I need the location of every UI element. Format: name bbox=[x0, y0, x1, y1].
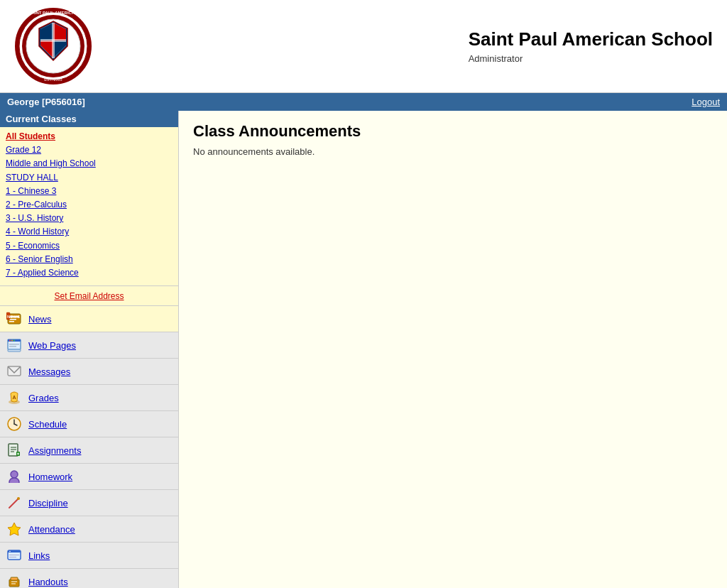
schedule-icon bbox=[6, 415, 23, 432]
sidebar-item-label-discipline: Discipline bbox=[28, 498, 68, 508]
svg-point-24 bbox=[13, 340, 15, 342]
sidebar-item-handouts[interactable]: Handouts bbox=[0, 569, 178, 588]
class-link-2---pre-calculus[interactable]: 2 - Pre-Calculus bbox=[6, 198, 173, 212]
class-link-7---applied-science[interactable]: 7 - Applied Science bbox=[6, 266, 173, 280]
sidebar-item-label-messages: Messages bbox=[28, 366, 70, 377]
user-label: George [P656016] bbox=[7, 97, 85, 107]
sidebar-item-label-attendance: Attendance bbox=[28, 524, 75, 535]
sidebar-item-messages[interactable]: Messages bbox=[0, 359, 178, 385]
svg-rect-48 bbox=[9, 555, 19, 555]
set-email-link[interactable]: Set Email Address bbox=[54, 291, 124, 301]
svg-point-41 bbox=[11, 471, 18, 478]
school-subtitle: Administrator bbox=[469, 53, 713, 64]
sidebar-item-homework[interactable]: Homework bbox=[0, 464, 178, 490]
sidebar-item-label-links: Links bbox=[28, 550, 50, 561]
header: SAINT PAUL AMERICAN EST. 2003 Saint Paul… bbox=[0, 0, 727, 93]
sidebar-item-grades[interactable]: AGrades bbox=[0, 385, 178, 411]
assignments-icon bbox=[6, 442, 23, 459]
svg-rect-26 bbox=[9, 346, 16, 347]
discipline-icon bbox=[6, 494, 23, 511]
svg-text:NEWS: NEWS bbox=[7, 315, 20, 319]
class-link-1---chinese-3[interactable]: 1 - Chinese 3 bbox=[6, 185, 173, 198]
sidebar-item-label-schedule: Schedule bbox=[28, 419, 67, 430]
school-logo: SAINT PAUL AMERICAN EST. 2003 bbox=[14, 7, 92, 85]
sidebar-item-news[interactable]: NEWSNews bbox=[0, 306, 178, 332]
sidebar-item-label-news: News bbox=[28, 314, 52, 325]
svg-rect-17 bbox=[9, 321, 14, 322]
links-icon bbox=[6, 547, 23, 564]
sidebar-item-label-web-pages: Web Pages bbox=[28, 340, 76, 351]
set-email-section: Set Email Address bbox=[0, 286, 178, 306]
class-link-6---senior-english[interactable]: 6 - Senior English bbox=[6, 253, 173, 266]
svg-point-47 bbox=[9, 551, 11, 552]
class-link-3---u.s.-history[interactable]: 3 - U.S. History bbox=[6, 212, 173, 225]
class-link-all-students[interactable]: All Students bbox=[6, 130, 173, 143]
sidebar: Current Classes All StudentsGrade 12Midd… bbox=[0, 111, 179, 588]
handouts-icon bbox=[6, 573, 23, 588]
class-link-study-hall[interactable]: STUDY HALL bbox=[6, 171, 173, 185]
svg-rect-51 bbox=[11, 577, 18, 580]
sidebar-item-label-assignments: Assignments bbox=[28, 445, 81, 456]
sidebar-item-assignments[interactable]: Assignments bbox=[0, 437, 178, 464]
svg-point-22 bbox=[9, 340, 11, 342]
svg-rect-16 bbox=[9, 319, 16, 320]
class-link-middle-and-high-school[interactable]: Middle and High School bbox=[6, 157, 173, 170]
logout-button[interactable]: Logout bbox=[692, 97, 720, 107]
web-pages-icon bbox=[6, 337, 23, 354]
svg-point-23 bbox=[11, 340, 13, 342]
svg-text:A: A bbox=[12, 395, 16, 400]
svg-rect-25 bbox=[9, 344, 19, 345]
sidebar-item-schedule[interactable]: Schedule bbox=[0, 411, 178, 437]
sidebar-item-label-homework: Homework bbox=[28, 472, 72, 482]
attendance-icon bbox=[6, 521, 23, 538]
classes-list: All StudentsGrade 12Middle and High Scho… bbox=[0, 127, 178, 286]
svg-text:EST. 2003: EST. 2003 bbox=[44, 77, 62, 82]
grades-icon: A bbox=[6, 389, 23, 406]
nav-bar: George [P656016] Logout bbox=[0, 93, 727, 111]
class-link-grade-12[interactable]: Grade 12 bbox=[6, 143, 173, 157]
main-layout: Current Classes All StudentsGrade 12Midd… bbox=[0, 111, 727, 588]
sidebar-item-attendance[interactable]: Attendance bbox=[0, 516, 178, 543]
class-link-4---world-history[interactable]: 4 - World History bbox=[6, 225, 173, 239]
messages-icon bbox=[6, 363, 23, 380]
svg-line-42 bbox=[9, 499, 18, 508]
school-name: Saint Paul American School bbox=[469, 28, 713, 50]
nav-items: NEWSNewsWeb PagesMessagesAGradesSchedule… bbox=[0, 306, 178, 588]
svg-point-43 bbox=[17, 497, 20, 500]
sidebar-item-web-pages[interactable]: Web Pages bbox=[0, 332, 178, 359]
sidebar-item-label-handouts: Handouts bbox=[28, 577, 68, 587]
news-icon: NEWS bbox=[6, 310, 23, 327]
content-area: Class Announcements No announcements ava… bbox=[179, 111, 727, 588]
svg-text:SAINT PAUL AMERICAN: SAINT PAUL AMERICAN bbox=[28, 11, 77, 15]
sidebar-item-discipline[interactable]: Discipline bbox=[0, 490, 178, 516]
sidebar-item-links[interactable]: Links bbox=[0, 543, 178, 569]
header-title-area: Saint Paul American School Administrator bbox=[469, 28, 713, 64]
page-title: Class Announcements bbox=[193, 122, 713, 141]
svg-rect-49 bbox=[9, 557, 16, 557]
svg-rect-27 bbox=[8, 349, 21, 352]
svg-marker-44 bbox=[8, 523, 21, 535]
current-classes-header: Current Classes bbox=[0, 111, 178, 127]
svg-rect-11 bbox=[40, 39, 66, 42]
announcements-message: No announcements available. bbox=[193, 146, 713, 157]
sidebar-item-label-grades: Grades bbox=[28, 393, 59, 403]
class-link-5---economics[interactable]: 5 - Economics bbox=[6, 239, 173, 253]
homework-icon bbox=[6, 468, 23, 485]
